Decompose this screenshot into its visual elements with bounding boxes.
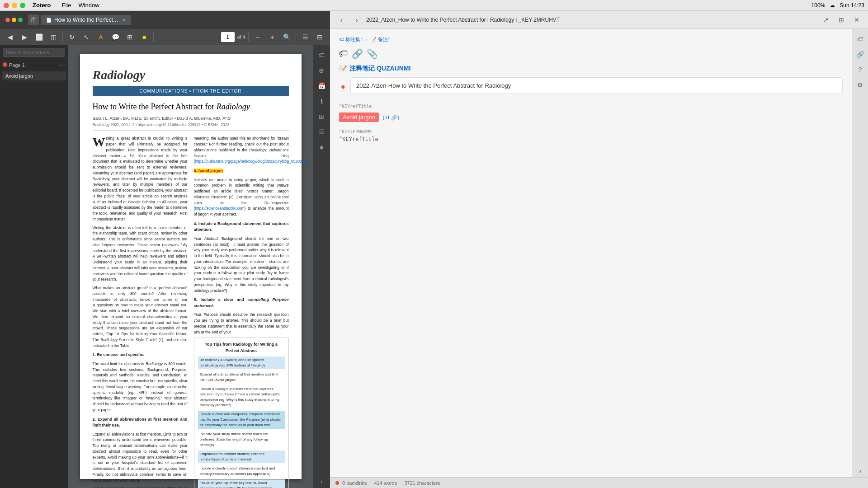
pdf-tab[interactable]: 📄 How to Write the Perfect A... ✕ [41,15,131,25]
words-status: 414 words [374,480,397,486]
pdf-nav-next-btn[interactable]: ▶ [18,31,31,43]
pdf-tab-bar: 库 📄 How to Write the Perfect A... ✕ [0,11,330,29]
split-btn[interactable]: ⊟ [313,31,326,43]
page-total: of 4 [237,34,245,40]
section1-heading: 1. Be concise and specific. [93,352,188,358]
tip-1: Be concise (300 words) and use specific … [198,357,285,369]
pdf-info-icon[interactable]: ℹ [315,95,328,108]
pdf-tab-close[interactable]: ✕ [122,18,126,23]
menubar: Zotero File Window 100% ☁ Sun 14:23 [0,0,868,11]
tag-value: ^KEYrefTitle [339,136,843,142]
pdf-calendar-icon[interactable]: 📅 [315,80,328,92]
rotate-btn[interactable]: ↻ [66,31,78,43]
traffic-lights [4,3,25,8]
attach-icon: 📎 [367,48,378,59]
link-icon: 🔗 [352,48,363,59]
tip-4: Include a clear and compelling Purpose s… [198,411,285,429]
maximize-light[interactable] [20,3,25,8]
pdf-max-btn[interactable] [18,18,23,22]
share-btn[interactable]: ↗ [820,14,832,26]
sticky-note-btn[interactable]: 💬 [109,31,122,43]
annotation-link[interactable]: (p1 🔗) [383,115,400,120]
page-number-input[interactable]: 1 [221,32,235,42]
chars-status: 3721 characters [404,480,440,486]
section1-text: The word limit for abstracts in Radiolog… [93,361,188,413]
breadcrumb-2[interactable]: 📝 备注:: [370,36,391,43]
right-toolbar: ‹ › 2022_Atzen_How to Write the Perfect … [330,11,868,29]
article-body: Writing a great abstract is crucial to w… [93,136,289,488]
pdf-min-btn[interactable] [12,18,16,22]
fit-page-btn[interactable]: ◫ [47,31,60,43]
highlight-btn[interactable]: A [94,31,107,43]
pdf-list-icon[interactable]: ☰ [315,126,328,138]
pdf-search-btn[interactable]: 🔍 [280,31,293,43]
close-light[interactable] [4,3,9,8]
pdf-grid-icon[interactable]: ⊞ [315,110,328,123]
menu-file[interactable]: File [61,2,71,9]
tag-side-icon[interactable]: 🏷 [854,33,867,45]
divider1 [62,33,63,42]
outline-btn[interactable]: ☰ [299,31,311,43]
dropcap: W [93,136,105,147]
pdf-nav-prev-btn[interactable]: ◀ [4,31,16,43]
back-btn[interactable]: ‹ [335,14,347,26]
note-section-label: 注释笔记 QUZAUNMI [349,65,410,73]
annotation-avoid-jargon[interactable]: Avoid jargon [2,71,66,80]
section3-text: Authors are prone to using jargon, which… [194,177,289,217]
key-label-2: ^KEYJFPWWHM9 [339,129,843,134]
tips-box-title: Top Tips from Radiology for Writing a Pe… [198,342,285,354]
tips-box: Top Tips from Radiology for Writing a Pe… [194,338,289,488]
page-menu-btn[interactable]: ⋯ [59,61,65,69]
article-meta: Radiology 2022; 000:1-2 • https://doi.or… [93,122,289,131]
article-title: How to Write the Perfect Abstract for Ra… [93,102,289,112]
section5-heading: 5. Include a clear and compelling Purpos… [194,297,289,309]
article-title-prefix: How to Write the Perfect Abstract for [93,102,217,111]
minimize-light[interactable] [12,3,17,8]
fit-width-btn[interactable]: ⬜ [33,31,45,43]
settings-side-icon[interactable]: ⚙ [854,79,867,91]
menu-window[interactable]: Window [78,2,99,9]
annotation-area: Avoid jargon (p1 🔗) [339,113,843,124]
pdf-tab-title: How to Write the Perfect A... [54,17,119,23]
close-panel-btn[interactable]: ✕ [851,14,863,26]
sync-icon[interactable]: ☁ [830,2,835,9]
breadcrumb-1[interactable]: 🏷 标注集:: [339,36,363,43]
collapse-side-icon[interactable]: › [854,465,867,477]
pdf-tag-icon[interactable]: 🏷 [315,49,328,61]
area-select-btn[interactable]: ⊞ [123,31,136,43]
annotations-sidebar: Page 1 ⋯ Avoid jargon [0,45,68,488]
search-annotations-input[interactable] [3,48,65,57]
status-bar: 0 backlinks 414 words 3721 characters [330,477,868,488]
pdf-related-icon[interactable]: ⊕ [315,64,328,77]
datetime: Sun 14:23 [840,2,864,9]
pdf-right-icons: 🏷 ⊕ 📅 ℹ ⊞ ☰ ★ › [313,45,330,488]
status-dot [335,481,339,485]
view-btn[interactable]: ⊞ [835,14,847,26]
body-perfect: What makes an abstract great? Is a "perf… [93,285,188,348]
section2-heading: 2. Expand all abbreviations at first men… [93,417,188,429]
zoom-in-btn[interactable]: + [266,31,278,43]
main-app: 库 📄 How to Write the Perfect A... ✕ ◀ ▶ … [0,11,868,488]
pdf-content-area: Page 1 ⋯ Avoid jargon Radiology COMMUNIC… [0,45,330,488]
right-side-bar-container: 🏷 标注集:: › 📝 备注:: 🏷 🔗 📎 📝 注释笔记 QUZAUNMI [330,29,868,477]
color-btn[interactable]: ■ [138,31,151,43]
forward-btn[interactable]: › [351,14,363,26]
key-ref-label: ^KEYrefTitle [339,104,843,109]
pdf-close-btn[interactable] [5,18,10,22]
cursor-btn[interactable]: ↖ [80,31,93,43]
pdf-page: Radiology COMMUNICATIONS • FROM THE EDIT… [80,54,302,479]
tip-5: Indicate your study dates; recent dates … [198,431,285,449]
comm-banner: COMMUNICATIONS • FROM THE EDITOR [93,86,289,96]
library-icon[interactable]: 库 [28,14,39,25]
right-panel-title: 2022_Atzen_How to Write the Perfect Abst… [366,17,816,23]
pdf-nav-icon[interactable]: › [315,475,328,488]
help-side-icon[interactable]: ? [854,63,867,76]
related-side-icon[interactable]: 🔗 [854,48,867,61]
zoom-out-btn[interactable]: − [251,31,264,43]
pdf-star-icon[interactable]: ★ [315,141,328,154]
sidebar-page-section: Page 1 ⋯ [0,60,68,70]
tip-7: Include a clearly stated reference stand… [198,465,285,478]
divider3 [248,33,249,42]
journal-logo: Radiology [93,68,289,82]
pdf-viewer[interactable]: Radiology COMMUNICATIONS • FROM THE EDIT… [68,45,313,488]
